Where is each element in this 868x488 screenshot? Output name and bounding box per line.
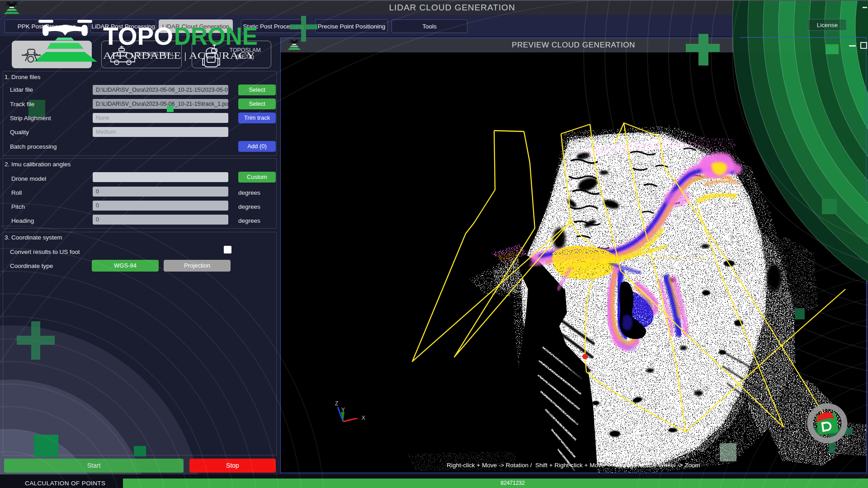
svg-text:X: X: [362, 415, 365, 421]
svg-text:Z: Z: [335, 400, 338, 407]
svg-text:Y: Y: [341, 407, 345, 413]
